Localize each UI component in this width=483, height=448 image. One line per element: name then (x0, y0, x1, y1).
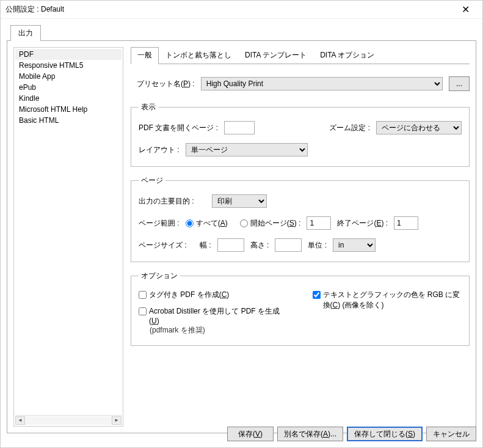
tab-general[interactable]: 一般 (131, 47, 159, 64)
tab-marks[interactable]: トンボと裁ち落とし (159, 47, 238, 64)
display-legend: 表示 (139, 102, 158, 112)
range-all-radio[interactable]: すべて(A) (186, 218, 228, 229)
sidebar-item-mobile[interactable]: Mobile App (15, 71, 122, 82)
zoom-select[interactable]: ページに合わせる (376, 121, 462, 134)
unit-label: 単位 : (308, 240, 327, 251)
tab-output[interactable]: 出力 (10, 25, 41, 41)
save-button[interactable]: 保存(V) (227, 427, 274, 441)
size-label: ページサイズ : (139, 240, 194, 251)
sidebar-item-pdf[interactable]: PDF (15, 49, 122, 60)
unit-select[interactable]: in (333, 238, 376, 252)
layout-select[interactable]: 単一ページ (186, 143, 308, 156)
sidebar-item-kindle[interactable]: Kindle (15, 93, 122, 104)
rgb-checkbox[interactable]: テキストとグラフィックの色を RGB に変換(C) (画像を除く) (313, 290, 462, 310)
output-sidebar: PDF Responsive HTML5 Mobile App ePub Kin… (13, 47, 123, 427)
cancel-button[interactable]: キャンセル (426, 427, 476, 441)
open-page-label: PDF 文書を開くページ : (139, 123, 218, 133)
range-label: ページ範囲 : (139, 218, 180, 229)
display-group: 表示 PDF 文書を開くページ : ズーム設定 : ページに合わせる レイアウト… (131, 102, 470, 167)
sidebar-item-epub[interactable]: ePub (15, 82, 122, 93)
options-group: オプション タグ付き PDF を作成(C) Acrobat Distiller … (131, 271, 470, 346)
height-input[interactable] (275, 238, 302, 252)
save-as-button[interactable]: 別名で保存(A)... (277, 427, 343, 441)
options-legend: オプション (139, 271, 180, 281)
layout-label: レイアウト : (139, 145, 180, 155)
preset-select[interactable]: High Quality Print (201, 77, 443, 90)
width-input[interactable] (217, 238, 244, 252)
titlebar: 公開設定 : Default ✕ (1, 1, 482, 19)
height-label: 高さ : (250, 240, 269, 251)
tab-dita-template[interactable]: DITA テンプレート (238, 47, 313, 64)
end-page-label: 終了ページ(E) : (337, 218, 388, 229)
range-start-radio[interactable]: 開始ページ(S) : (240, 218, 301, 229)
inner-tabs: 一般 トンボと裁ち落とし DITA テンプレート DITA オプション (131, 47, 470, 64)
save-close-button[interactable]: 保存して閉じる(S) (347, 427, 423, 441)
sidebar-item-basichtml[interactable]: Basic HTML (15, 115, 122, 126)
zoom-label: ズーム設定 : (329, 123, 370, 133)
end-page-input[interactable] (394, 216, 418, 230)
sidebar-item-html5[interactable]: Responsive HTML5 (15, 60, 122, 71)
window-title: 公開設定 : Default (5, 4, 453, 15)
close-icon[interactable]: ✕ (453, 1, 478, 18)
purpose-select[interactable]: 印刷 (212, 194, 267, 208)
open-page-input[interactable] (224, 121, 255, 134)
sidebar-item-mshelp[interactable]: Microsoft HTML Help (15, 104, 122, 115)
preset-label: プリセット名(P) : (137, 79, 195, 89)
start-page-input[interactable] (307, 216, 331, 230)
scroll-track[interactable] (25, 416, 112, 425)
purpose-label: 出力の主要目的 : (139, 196, 206, 207)
preset-browse-button[interactable]: ... (449, 76, 470, 91)
width-label: 幅 : (200, 240, 211, 251)
page-legend: ページ (139, 175, 165, 186)
scroll-right-icon[interactable]: ► (112, 416, 122, 425)
distiller-note: (pdfmark を推奨) (150, 325, 288, 336)
footer: 保存(V) 別名で保存(A)... 保存して閉じる(S) キャンセル (227, 427, 476, 441)
tagged-pdf-checkbox[interactable]: タグ付き PDF を作成(C) (139, 290, 288, 300)
distiller-checkbox[interactable]: Acrobat Distiller を使用して PDF を生成(U) (139, 306, 288, 325)
sidebar-scrollbar[interactable]: ◄ ► (15, 415, 122, 425)
scroll-left-icon[interactable]: ◄ (15, 416, 25, 425)
page-group: ページ 出力の主要目的 : 印刷 ページ範囲 : すべて(A) 開始ページ(S)… (131, 175, 470, 262)
tab-dita-options[interactable]: DITA オプション (313, 47, 381, 64)
